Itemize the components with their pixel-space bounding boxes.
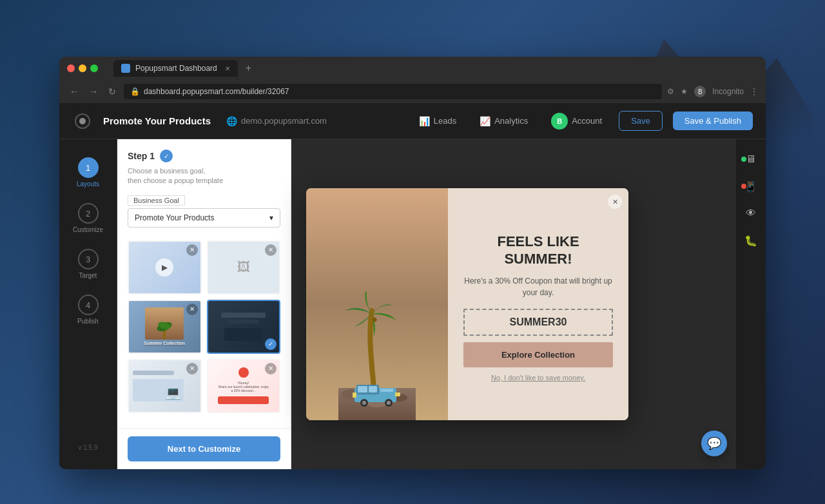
- popup-decline-link[interactable]: No, I don't like to save money.: [491, 374, 585, 382]
- template-summer[interactable]: Summer Collection ✕: [128, 300, 202, 354]
- url-text: dashboard.popupsmart.com/builder/32067: [144, 87, 289, 96]
- step-4-circle: 4: [78, 295, 99, 315]
- leads-icon: 📊: [419, 116, 430, 126]
- step-2-label: Customize: [73, 226, 103, 233]
- popup-coupon-code: SUMMER30: [463, 309, 613, 336]
- eye-icon: 👁: [746, 208, 756, 219]
- bug-icon: 🐛: [744, 235, 757, 247]
- save-publish-button[interactable]: Save & Publish: [673, 111, 753, 130]
- template-laptop[interactable]: 💻 ✕: [128, 359, 202, 413]
- debug-button[interactable]: 🐛: [739, 228, 763, 253]
- next-to-customize-button[interactable]: Next to Customize: [128, 436, 280, 461]
- analytics-nav-item[interactable]: 📈 Analytics: [473, 112, 534, 130]
- svg-rect-19: [380, 389, 393, 392]
- popup-subtext: Here's a 30% Off Coupon that will bright…: [463, 275, 613, 298]
- lock-icon: 🔒: [130, 87, 140, 96]
- sidebar-step-1[interactable]: 1 Layouts: [63, 152, 114, 193]
- address-bar[interactable]: 🔒 dashboard.popupsmart.com/builder/32067: [124, 84, 662, 99]
- browser-window: Popupsmart Dashboard ✕ + ← → ↻ 🔒 dashboa…: [59, 57, 766, 469]
- template-summer-remove[interactable]: ✕: [186, 304, 198, 315]
- close-dot[interactable]: [67, 64, 75, 72]
- tab-close-button[interactable]: ✕: [225, 65, 230, 72]
- step-2-circle: 2: [78, 203, 99, 224]
- step-check-icon: ✓: [160, 150, 173, 162]
- save-button[interactable]: Save: [619, 111, 663, 131]
- template-video[interactable]: ▶ ✕: [128, 240, 202, 295]
- popup-panel: Step 1 ✓ Choose a business goal, then ch…: [117, 139, 291, 469]
- template-image-remove[interactable]: ✕: [265, 244, 277, 256]
- reload-button[interactable]: ↻: [106, 85, 119, 98]
- app-container: Promote Your Products 🌐 demo.popupsmart.…: [59, 103, 766, 469]
- template-dark[interactable]: ✓: [207, 300, 281, 354]
- main-preview: Step 1 ✓ Choose a business goal, then ch…: [117, 139, 766, 469]
- play-icon: ▶: [155, 258, 173, 276]
- mobile-view-button[interactable]: 📱: [739, 174, 763, 199]
- leads-nav-item[interactable]: 📊 Leads: [412, 112, 463, 130]
- svg-rect-18: [395, 393, 400, 396]
- header-url: 🌐 demo.popupsmart.com: [226, 116, 327, 126]
- template-hooray[interactable]: Hooray!Share our launch celebration, enj…: [207, 359, 281, 413]
- template-hooray-remove[interactable]: ✕: [265, 363, 277, 374]
- step-3-label: Target: [79, 272, 97, 279]
- panel-footer: Next to Customize: [117, 428, 291, 469]
- goal-label: Business Goal: [128, 195, 185, 206]
- analytics-icon: 📈: [480, 116, 490, 126]
- chat-icon: 💬: [707, 436, 721, 451]
- new-tab-button[interactable]: +: [246, 63, 251, 74]
- header-url-text: demo.popupsmart.com: [241, 116, 327, 126]
- template-dark-check: ✓: [265, 338, 277, 350]
- templates-grid: ▶ ✕ 🖼 ✕: [117, 235, 291, 428]
- step-4-label: Publish: [77, 318, 99, 325]
- tab-title: Popupsmart Dashboard: [135, 64, 217, 73]
- globe-icon: 🌐: [226, 116, 237, 126]
- popup-cta-button[interactable]: Explore Collection: [463, 342, 613, 367]
- desktop-view-button[interactable]: 🖥: [739, 147, 763, 171]
- sidebar-step-3[interactable]: 3 Target: [63, 244, 114, 284]
- sidebar-step-4[interactable]: 4 Publish: [63, 289, 114, 330]
- right-tools: 🖥 📱 👁 🐛: [735, 139, 766, 469]
- template-image[interactable]: 🖼 ✕: [207, 240, 281, 295]
- image-placeholder-icon: 🖼: [237, 260, 250, 275]
- analytics-label: Analytics: [494, 116, 528, 126]
- user-label: Incognito: [712, 87, 744, 96]
- template-video-remove[interactable]: ✕: [186, 244, 198, 256]
- app-body: 1 Layouts 2 Customize 3 Target: [59, 139, 766, 469]
- popup-headline: FEELS LIKE SUMMER!: [497, 233, 579, 267]
- browser-titlebar: Popupsmart Dashboard ✕ +: [59, 57, 766, 80]
- bookmark-icon[interactable]: ★: [681, 87, 688, 96]
- app-header: Promote Your Products 🌐 demo.popupsmart.…: [59, 103, 766, 139]
- leads-label: Leads: [434, 116, 456, 126]
- van-image: [351, 378, 403, 407]
- maximize-dot[interactable]: [90, 64, 98, 72]
- preview-button[interactable]: 👁: [739, 201, 763, 226]
- menu-icon[interactable]: ⋮: [750, 87, 758, 96]
- browser-nav: ← → ↻ 🔒 dashboard.popupsmart.com/builder…: [59, 80, 766, 103]
- step-1-label: Layouts: [77, 180, 99, 188]
- popup-image-side: [306, 188, 448, 420]
- tab-favicon: [121, 64, 130, 73]
- forward-button[interactable]: →: [86, 85, 101, 98]
- svg-rect-12: [369, 386, 377, 393]
- back-button[interactable]: ←: [67, 85, 81, 98]
- extensions-icon: ⚙: [667, 87, 674, 96]
- svg-rect-17: [353, 393, 356, 398]
- goal-dropdown-arrow: ▾: [269, 213, 273, 222]
- app-title: Promote Your Products: [103, 115, 211, 126]
- account-label: Account: [572, 116, 602, 126]
- desktop-icon: 🖥: [746, 153, 756, 165]
- app-logo: [72, 111, 93, 131]
- browser-nav-right: ⚙ ★ B Incognito ⋮: [667, 86, 758, 97]
- template-summer-text: Summer Collection: [144, 341, 185, 345]
- browser-tab[interactable]: Popupsmart Dashboard ✕: [113, 60, 238, 77]
- hooray-text: Hooray!Share our launch celebration, enj…: [218, 381, 269, 393]
- account-nav-item[interactable]: B Account: [545, 109, 608, 133]
- template-laptop-remove[interactable]: ✕: [186, 363, 198, 374]
- goal-dropdown[interactable]: Promote Your Products ▾: [128, 208, 280, 228]
- chat-button[interactable]: 💬: [701, 431, 727, 456]
- desktop-active-dot: [741, 157, 746, 162]
- minimize-dot[interactable]: [79, 64, 86, 72]
- svg-point-14: [362, 401, 366, 405]
- sidebar-step-2[interactable]: 2 Customize: [63, 198, 114, 238]
- popup-close-button[interactable]: ✕: [608, 195, 622, 209]
- panel-step-title: Step 1: [128, 151, 155, 161]
